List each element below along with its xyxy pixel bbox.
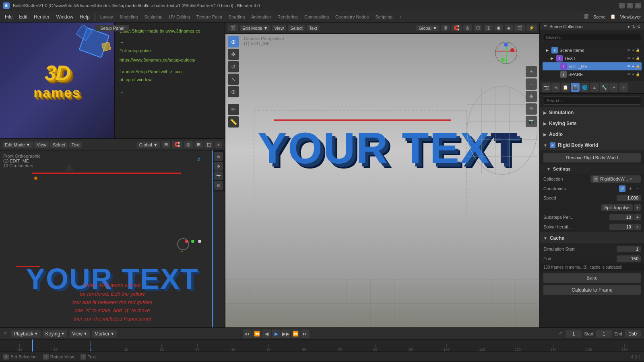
spare-sel-icon[interactable]: ✦ bbox=[632, 72, 635, 76]
simulation-header[interactable]: ▶ Simulation bbox=[540, 107, 644, 118]
object-props-icon[interactable]: ▲ bbox=[590, 83, 599, 92]
vp-eevee-shade[interactable]: ⚡ bbox=[526, 25, 537, 31]
constraints-add-btn[interactable]: + bbox=[627, 185, 634, 192]
scene-select-icon[interactable]: ✦ bbox=[632, 48, 635, 52]
spare-lock-icon[interactable]: 🔒 bbox=[636, 72, 640, 76]
workspace-add[interactable]: + bbox=[396, 13, 405, 21]
workspace-sculpting[interactable]: Sculpting bbox=[141, 13, 165, 21]
audio-header[interactable]: ▶ Audio bbox=[540, 129, 644, 140]
step-back-btn[interactable]: ◀ bbox=[262, 329, 271, 338]
output-props-icon[interactable]: 🖨 bbox=[551, 83, 560, 92]
view-layer-props-icon[interactable]: 📋 bbox=[561, 83, 570, 92]
modifier-props-icon[interactable]: 🔧 bbox=[600, 83, 609, 92]
vp-overlay-btn[interactable]: ⊞ bbox=[474, 25, 482, 31]
annotate-tool[interactable]: ✏ bbox=[228, 104, 239, 115]
vp-prop-btn[interactable]: ◎ bbox=[463, 25, 472, 31]
ortho-pivot-btn[interactable]: ⊞ bbox=[162, 141, 170, 148]
maximize-button[interactable]: □ bbox=[627, 3, 633, 8]
current-frame-display[interactable]: 1 bbox=[566, 330, 582, 337]
timeline-ruler[interactable]: -20 -10 1 10 20 30 bbox=[0, 339, 644, 352]
ortho-camera-btn[interactable]: 📷 bbox=[214, 171, 223, 180]
world-props-icon[interactable]: 🌐 bbox=[580, 83, 589, 92]
bake-button[interactable]: Bake bbox=[543, 273, 641, 283]
measure-tool[interactable]: 📏 bbox=[228, 116, 239, 128]
substeps-add-btn[interactable]: + bbox=[634, 214, 641, 220]
rigid-body-world-header[interactable]: ▼ ✓ Rigid Body World bbox=[540, 140, 644, 150]
workspace-shading[interactable]: Shading bbox=[225, 13, 248, 21]
sync-icon[interactable]: ↻ bbox=[632, 25, 636, 29]
keying-dropdown[interactable]: Keying ▼ bbox=[43, 330, 68, 337]
physics-props-icon[interactable]: ⚛ bbox=[619, 83, 628, 92]
transform-tool[interactable]: ⊕ bbox=[228, 86, 239, 97]
menu-render[interactable]: Render bbox=[31, 12, 53, 21]
cache-header[interactable]: ▼ Cache bbox=[540, 233, 644, 243]
settings-header[interactable]: ▼ Settings bbox=[540, 164, 644, 174]
text-sel-icon[interactable]: ✦ bbox=[632, 56, 635, 60]
rbw-checkbox[interactable]: ✓ bbox=[550, 142, 555, 148]
vp-rendered-shade[interactable]: 🎬 bbox=[514, 25, 525, 31]
constraints-remove-btn[interactable]: − bbox=[634, 185, 641, 192]
setup-panel-button[interactable]: Setup Panel bbox=[95, 25, 129, 31]
zoom-btn[interactable]: + bbox=[526, 66, 537, 77]
properties-search-input[interactable] bbox=[543, 97, 641, 105]
menu-help[interactable]: Help bbox=[76, 12, 93, 21]
ortho-select-btn[interactable]: Select bbox=[50, 142, 68, 148]
vp-global-btn[interactable]: Global ▼ bbox=[416, 25, 440, 31]
filter-icon[interactable]: ▼ bbox=[627, 25, 631, 29]
solver-iter-add-btn[interactable]: + bbox=[634, 224, 641, 230]
editme-lock-icon[interactable]: 🔒 bbox=[636, 64, 640, 68]
end-frame-value[interactable]: 150 bbox=[625, 330, 641, 337]
vp-view-btn[interactable]: View bbox=[272, 25, 286, 31]
ortho-pan-btn[interactable]: ✥ bbox=[214, 162, 223, 171]
scene-selector-icon[interactable]: 🎬 bbox=[582, 12, 590, 21]
split-impulse-btn[interactable]: Split Impulse bbox=[601, 204, 633, 211]
collection-remove-btn[interactable]: × bbox=[630, 177, 632, 181]
ortho-mode-dropdown[interactable]: Edit Mode ▼ bbox=[2, 142, 33, 148]
vp-text-btn[interactable]: Text bbox=[307, 25, 320, 31]
collection-value[interactable]: ⊞ RigidBodyW... × bbox=[590, 175, 641, 183]
camera-persp-btn[interactable]: 📷 bbox=[526, 116, 537, 127]
vp-select-btn[interactable]: Select bbox=[288, 25, 305, 31]
text-lock-icon[interactable]: 🔒 bbox=[636, 56, 640, 60]
scene-hide-icon[interactable]: 🔒 bbox=[636, 48, 640, 52]
menu-file[interactable]: File bbox=[2, 12, 16, 21]
vp-material-shade[interactable]: ◈ bbox=[505, 25, 513, 31]
particles-props-icon[interactable]: ✦ bbox=[609, 83, 618, 92]
skip-to-end-btn[interactable]: ⏭ bbox=[301, 329, 310, 338]
close-button[interactable]: × bbox=[635, 3, 641, 8]
split-impulse-toggle[interactable]: + bbox=[634, 204, 641, 211]
settings-icon[interactable]: ⚙ bbox=[637, 25, 641, 29]
pan-btn[interactable]: ✥ bbox=[526, 91, 537, 102]
cursor-tool[interactable]: ⊕ bbox=[228, 36, 239, 47]
ortho-global-btn[interactable]: Global ▼ bbox=[137, 142, 160, 148]
editme-sel-icon[interactable]: ✦ bbox=[632, 64, 635, 68]
sim-start-value[interactable]: 1 bbox=[617, 246, 641, 252]
cache-end-value[interactable]: 150 bbox=[617, 255, 641, 262]
ortho-grid-btn[interactable]: ⊞ bbox=[214, 181, 223, 190]
move-tool[interactable]: ✥ bbox=[228, 49, 239, 60]
zoom-out-btn[interactable]: − bbox=[526, 78, 537, 90]
vp-pivot-btn[interactable]: ⊞ bbox=[441, 25, 450, 31]
ortho-snap-btn[interactable]: 🧲 bbox=[172, 141, 182, 148]
ortho-proportional-btn[interactable]: ◎ bbox=[184, 141, 193, 148]
ortho-zoom-btn[interactable]: ⊕ bbox=[214, 152, 223, 161]
vp-mode-dropdown[interactable]: Edit Mode ▼ bbox=[240, 25, 270, 31]
tree-item-scene[interactable]: ▶ S Scene Items 👁 ✦ 🔒 bbox=[543, 46, 642, 54]
menu-window[interactable]: Window bbox=[53, 12, 76, 21]
workspace-layout[interactable]: Layout bbox=[97, 13, 117, 21]
ortho-view-btn[interactable]: View bbox=[34, 142, 49, 148]
tree-item-editme[interactable]: T EDIT_ME 👁 ✦ 🔒 bbox=[543, 62, 642, 70]
workspace-compositing[interactable]: Compositing bbox=[301, 13, 332, 21]
start-frame-value[interactable]: 1 bbox=[596, 330, 612, 337]
outliner-search-input[interactable] bbox=[543, 34, 641, 41]
remove-rigid-body-world-button[interactable]: Remove Rigid Body World bbox=[543, 153, 641, 162]
ortho-overlay-btn[interactable]: ⊞ bbox=[194, 141, 203, 148]
ortho-xray-btn[interactable]: ◫ bbox=[204, 141, 213, 148]
tree-item-spare[interactable]: S SPARE 👁 ✦ 🔒 bbox=[543, 70, 642, 78]
solver-iter-value[interactable]: 10 bbox=[609, 224, 634, 230]
viewlayer-icon[interactable]: 📋 bbox=[609, 12, 617, 21]
jump-back-btn[interactable]: ⏪ bbox=[252, 329, 261, 338]
workspace-texture-paint[interactable]: Texture Paint bbox=[193, 13, 225, 21]
menu-edit[interactable]: Edit bbox=[16, 12, 31, 21]
marker-dropdown[interactable]: Marker ▼ bbox=[92, 330, 117, 337]
